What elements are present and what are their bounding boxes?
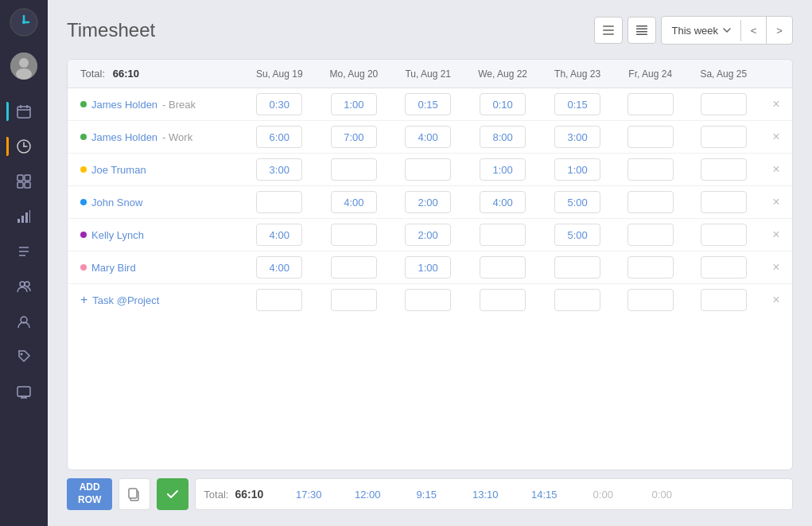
time-input[interactable]: [554, 256, 600, 279]
add-row-button[interactable]: ADD ROW: [67, 478, 112, 510]
svg-point-24: [25, 282, 29, 286]
sidebar-item-tags[interactable]: [6, 341, 41, 372]
copy-button[interactable]: [118, 478, 150, 510]
sidebar-item-team[interactable]: [6, 271, 41, 302]
add-row-time-input[interactable]: [701, 289, 747, 311]
delete-row-button[interactable]: ×: [769, 257, 783, 278]
time-input[interactable]: [554, 224, 600, 246]
add-row-time-input[interactable]: [627, 289, 674, 311]
header-controls: This week < >: [594, 16, 793, 45]
time-input[interactable]: [627, 256, 674, 279]
delete-row-button[interactable]: ×: [769, 224, 783, 245]
person-name[interactable]: Joe Truman: [91, 164, 146, 176]
add-row-delete-button[interactable]: ×: [769, 290, 783, 310]
sidebar-item-timesheet[interactable]: [6, 131, 41, 162]
add-row-cell[interactable]: + Task @Project: [68, 284, 243, 317]
time-input[interactable]: [256, 93, 302, 115]
time-input[interactable]: [256, 256, 302, 279]
time-input[interactable]: [405, 93, 451, 115]
time-input[interactable]: [331, 191, 377, 213]
sidebar-navigation: [6, 95, 41, 518]
time-input[interactable]: [480, 158, 526, 181]
delete-row-button[interactable]: ×: [769, 159, 783, 180]
person-name[interactable]: Kelly Lynch: [91, 229, 144, 241]
save-button[interactable]: [157, 478, 188, 510]
chevron-down-icon: [723, 28, 731, 33]
compact-view-btn[interactable]: [627, 17, 656, 44]
add-row-time-input[interactable]: [256, 289, 302, 311]
time-cell: [316, 88, 391, 121]
sidebar-item-calendar[interactable]: [6, 95, 41, 127]
row-name-cell: Joe Truman: [68, 154, 243, 186]
time-input[interactable]: [627, 191, 674, 213]
next-week-btn[interactable]: >: [767, 17, 792, 44]
time-input[interactable]: [701, 93, 747, 115]
time-input[interactable]: [331, 126, 377, 148]
time-input[interactable]: [554, 191, 600, 213]
add-row-time-input[interactable]: [554, 289, 600, 311]
time-input[interactable]: [331, 256, 377, 279]
time-input[interactable]: [701, 224, 747, 246]
time-input[interactable]: [256, 224, 302, 246]
time-input[interactable]: [627, 158, 674, 181]
time-cell: [687, 154, 761, 186]
add-row-time-cell: [243, 284, 316, 317]
sidebar-item-dashboard[interactable]: [6, 166, 41, 197]
time-input[interactable]: [701, 191, 747, 213]
sidebar-item-profile[interactable]: [6, 306, 41, 337]
time-input[interactable]: [627, 93, 674, 115]
time-input[interactable]: [701, 126, 747, 148]
time-input[interactable]: [256, 158, 302, 181]
add-row-time-input[interactable]: [331, 289, 377, 311]
delete-row-button[interactable]: ×: [769, 94, 783, 115]
time-input[interactable]: [405, 256, 451, 279]
table-header-row: Total: 66:10 Su, Aug 19 Mo, Aug 20 Tu, A…: [68, 60, 792, 88]
app-logo[interactable]: [10, 8, 38, 37]
time-input[interactable]: [256, 191, 302, 213]
time-cell: [541, 219, 614, 251]
person-name[interactable]: Mary Bird: [91, 262, 136, 274]
delete-row-button[interactable]: ×: [769, 127, 783, 147]
time-input[interactable]: [405, 158, 451, 181]
time-cell: [243, 186, 316, 219]
time-cell: [541, 121, 614, 154]
time-input[interactable]: [627, 126, 674, 148]
time-input[interactable]: [331, 93, 377, 115]
footer-day-totals: 17:3012:009:1513:1014:150:000:00: [279, 489, 784, 501]
sidebar-item-tasks[interactable]: [6, 236, 41, 267]
add-row-delete-cell: ×: [760, 284, 792, 317]
prev-week-btn[interactable]: <: [741, 17, 767, 44]
time-input[interactable]: [480, 126, 526, 148]
time-input[interactable]: [331, 158, 377, 181]
time-input[interactable]: [331, 224, 377, 246]
time-input[interactable]: [701, 256, 747, 279]
svg-rect-19: [29, 210, 30, 223]
time-input[interactable]: [480, 256, 526, 279]
person-dot: [80, 264, 87, 271]
sidebar-item-reports[interactable]: [6, 201, 41, 232]
person-name[interactable]: James Holden: [91, 99, 157, 111]
time-input[interactable]: [554, 93, 600, 115]
time-input[interactable]: [701, 158, 747, 181]
time-input[interactable]: [405, 224, 451, 246]
time-input[interactable]: [256, 126, 302, 148]
list-view-btn[interactable]: [594, 17, 623, 44]
user-avatar[interactable]: [10, 53, 37, 80]
table-row: James Holden - Break ×: [68, 88, 792, 121]
person-name[interactable]: John Snow: [91, 197, 142, 208]
time-input[interactable]: [480, 93, 526, 115]
person-name[interactable]: James Holden: [91, 131, 157, 143]
sidebar-item-integrations[interactable]: [6, 376, 41, 407]
time-input[interactable]: [405, 191, 451, 213]
delete-row-button[interactable]: ×: [769, 192, 783, 212]
time-input[interactable]: [480, 191, 526, 213]
row-name-cell: Mary Bird: [68, 251, 243, 284]
time-cell: [391, 251, 464, 284]
add-row-time-input[interactable]: [405, 289, 451, 311]
time-input[interactable]: [480, 224, 526, 246]
time-input[interactable]: [554, 126, 600, 148]
time-input[interactable]: [627, 224, 674, 246]
add-row-time-input[interactable]: [480, 289, 526, 311]
time-input[interactable]: [554, 158, 600, 181]
time-input[interactable]: [405, 126, 451, 148]
